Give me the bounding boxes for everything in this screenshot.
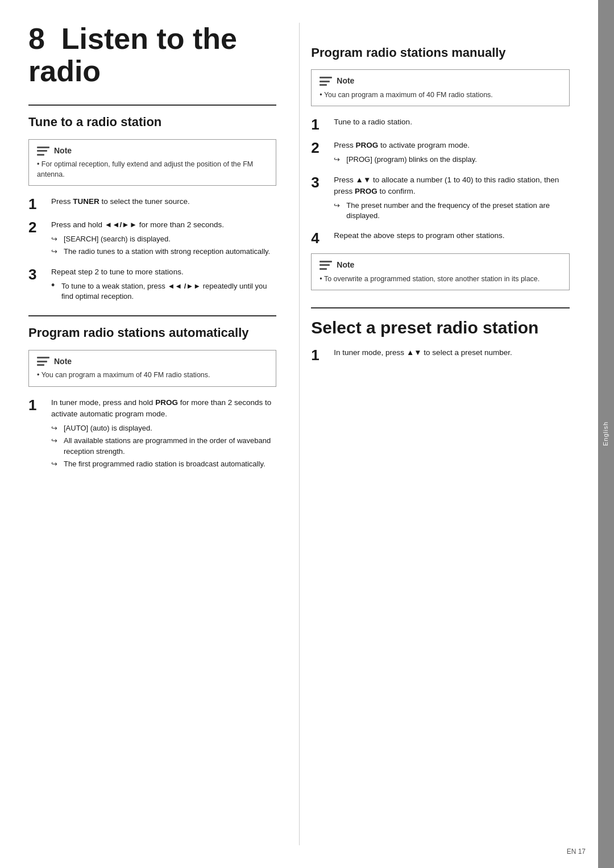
auto-step-1-sub-3: ↪ The first programmed radio station is … [51, 459, 276, 469]
manual-step-2-sub-1: ↪ [PROG] (program) blinks on the display… [334, 155, 570, 165]
note-icon [37, 147, 49, 156]
manual-note-icon [320, 77, 332, 86]
manual-note-header: Note [320, 76, 561, 87]
preset-steps-list: 1 In tuner mode, press ▲▼ to select a pr… [311, 347, 570, 364]
tune-step-2-sub-2: ↪ The radio tunes to a station with stro… [51, 247, 276, 257]
manual-step-3: 3 Press ▲▼ to allocate a number (1 to 40… [311, 174, 570, 224]
manual-note-box: Note • You can program a maximum of 40 F… [311, 69, 570, 106]
section-manual-title: Program radio stations manually [311, 45, 570, 60]
language-label: English [601, 422, 610, 446]
section-preset-title: Select a preset radio station [311, 318, 570, 338]
auto-step-1-sub-1: ↪ [AUTO] (auto) is displayed. [51, 423, 276, 433]
manual-steps-list: 1 Tune to a radio station. 2 Press PROG … [311, 116, 570, 247]
tune-note-header: Note [37, 145, 268, 157]
tune-step-3-bullets: • To tune to a weak station, press ◄◄ /►… [51, 281, 276, 302]
tune-steps-list: 1 Press TUNER to select the tuner source… [28, 196, 276, 304]
tune-step-1: 1 Press TUNER to select the tuner source… [28, 196, 276, 212]
manual-note2-text: • To overwrite a programmed station, sto… [320, 274, 561, 285]
auto-steps-list: 1 In tuner mode, press and hold PROG for… [28, 397, 276, 471]
auto-note-text: • You can program a maximum of 40 FM rad… [37, 370, 268, 381]
tune-note-box: Note • For optimal reception, fully exte… [28, 139, 276, 186]
tune-note-text: • For optimal reception, fully extend an… [37, 160, 268, 180]
language-tab: English [598, 0, 614, 868]
manual-note2-label: Note [337, 260, 354, 271]
tune-note-label: Note [54, 145, 72, 157]
preset-step-1: 1 In tuner mode, press ▲▼ to select a pr… [311, 347, 570, 364]
left-column: 8 Listen to the radio Tune to a radio st… [28, 23, 299, 845]
manual-step-1: 1 Tune to a radio station. [311, 116, 570, 133]
tune-step-2: 2 Press and hold ◄◄/►► for more than 2 s… [28, 219, 276, 260]
tune-step-2-sub-1: ↪ [SEARCH] (search) is displayed. [51, 234, 276, 244]
chapter-title: 8 Listen to the radio [28, 23, 276, 87]
section-divider-2 [28, 315, 276, 316]
tune-step-2-subs: ↪ [SEARCH] (search) is displayed. ↪ The … [51, 234, 276, 257]
manual-note2-box: Note • To overwrite a programmed station… [311, 253, 570, 290]
manual-step-4: 4 Repeat the above steps to program othe… [311, 230, 570, 247]
section-tune-title: Tune to a radio station [28, 115, 276, 130]
auto-note-label: Note [54, 356, 72, 368]
auto-step-1-sub-2: ↪ All available stations are programmed … [51, 436, 276, 456]
manual-step-3-subs: ↪ The preset number and the frequency of… [334, 201, 570, 221]
manual-note-text: • You can program a maximum of 40 FM rad… [320, 90, 561, 101]
auto-note-box: Note • You can program a maximum of 40 F… [28, 350, 276, 387]
manual-step-2-subs: ↪ [PROG] (program) blinks on the display… [334, 155, 570, 165]
auto-step-1: 1 In tuner mode, press and hold PROG for… [28, 397, 276, 471]
manual-step-2: 2 Press PROG to activate program mode. ↪… [311, 140, 570, 167]
manual-note2-icon [320, 261, 332, 270]
manual-note-label: Note [337, 76, 354, 87]
auto-step-1-subs: ↪ [AUTO] (auto) is displayed. ↪ All avai… [51, 423, 276, 469]
auto-note-header: Note [37, 356, 268, 368]
footer: EN 17 [567, 847, 586, 857]
section-divider-1 [28, 105, 276, 106]
tune-step-3: 3 Repeat step 2 to tune to more stations… [28, 266, 276, 304]
right-column: Program radio stations manually Note • Y… [299, 23, 570, 845]
footer-text: EN 17 [567, 848, 586, 856]
auto-note-icon [37, 357, 49, 366]
section-divider-3 [311, 307, 570, 308]
section-auto-title: Program radio stations automatically [28, 326, 276, 340]
manual-step-3-sub-1: ↪ The preset number and the frequency of… [334, 201, 570, 221]
tune-step-3-bullet-1: • To tune to a weak station, press ◄◄ /►… [51, 281, 276, 302]
manual-note2-header: Note [320, 260, 561, 271]
